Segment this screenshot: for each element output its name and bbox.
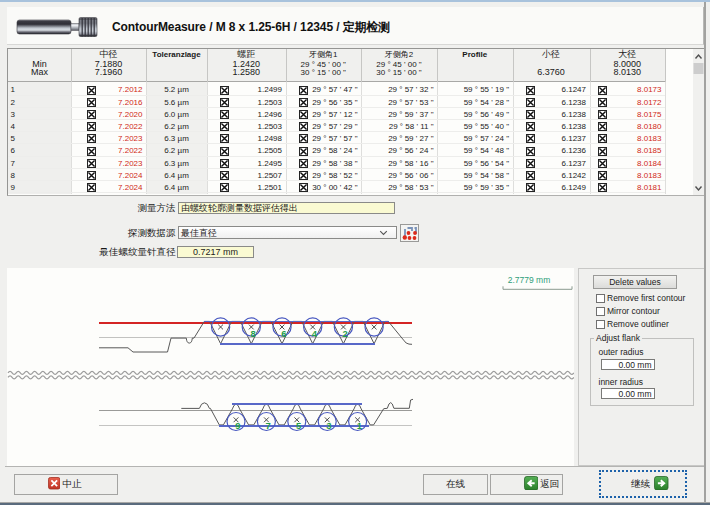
- svg-text:7: 7: [266, 420, 271, 431]
- svg-text:3: 3: [326, 420, 331, 431]
- svg-text:2: 2: [343, 328, 348, 339]
- svg-text:6: 6: [281, 328, 286, 339]
- svg-text:2.7779 mm: 2.7779 mm: [508, 275, 551, 285]
- svg-text:5: 5: [296, 420, 302, 431]
- svg-text:4: 4: [312, 328, 318, 339]
- svg-text:9: 9: [235, 420, 240, 431]
- svg-text:1: 1: [357, 420, 363, 431]
- svg-text:8: 8: [250, 328, 255, 339]
